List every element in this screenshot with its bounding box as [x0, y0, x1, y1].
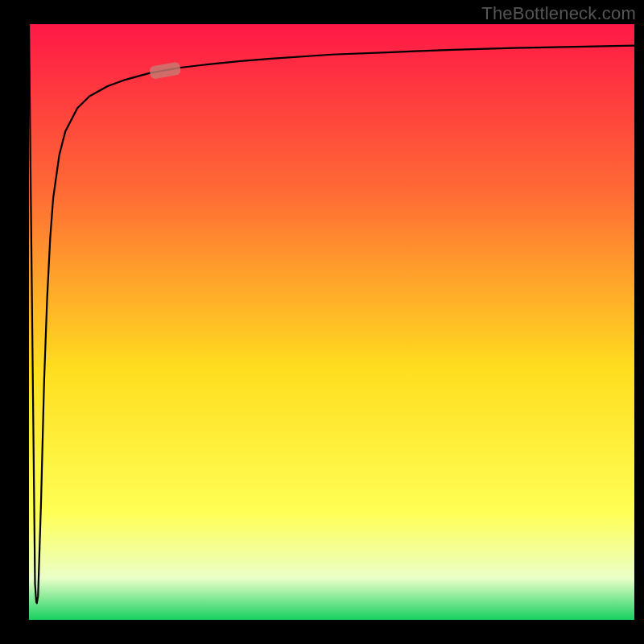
plot-background [29, 24, 634, 620]
watermark-text: TheBottleneck.com [481, 3, 636, 24]
chart-stage: TheBottleneck.com [0, 0, 644, 644]
chart-svg [0, 0, 644, 644]
